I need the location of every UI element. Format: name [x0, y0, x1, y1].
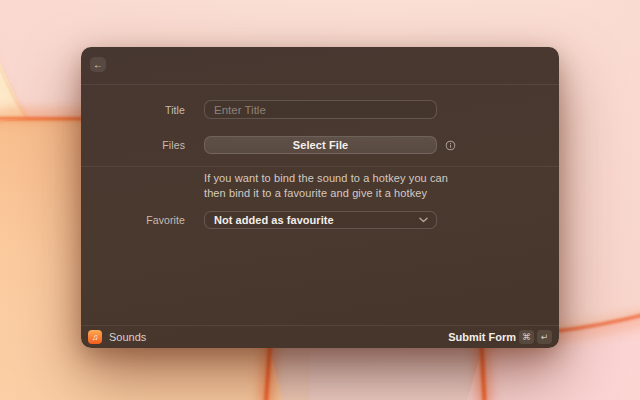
helper-text: If you want to bind the sound to a hotke…: [204, 171, 454, 200]
chevron-down-icon: [419, 217, 428, 223]
favorite-dropdown-value: Not added as favourite: [214, 214, 334, 226]
raycast-form-window: ← Title Files Select File If you want to…: [81, 47, 559, 348]
app-name: Sounds: [109, 331, 146, 343]
wallpaper-bottom-band-left-rim: [264, 344, 272, 400]
info-icon[interactable]: [444, 139, 456, 151]
arrow-left-icon: ←: [93, 59, 103, 70]
favorite-label: Favorite: [81, 214, 185, 226]
favorite-dropdown[interactable]: Not added as favourite: [204, 211, 437, 229]
section-divider: [81, 166, 559, 167]
sounds-app-icon: ♫: [88, 330, 102, 344]
favorite-field-row: Favorite Not added as favourite: [81, 211, 559, 229]
title-input[interactable]: [204, 100, 437, 119]
submit-form-button[interactable]: Submit Form: [448, 331, 516, 343]
music-note-icon: ♫: [92, 332, 98, 342]
window-header: ←: [81, 47, 559, 85]
return-key-badge: ↵: [537, 330, 552, 344]
info-circle-icon: [445, 140, 456, 151]
window-footer: ♫ Sounds Submit Form ⌘ ↵: [81, 325, 559, 348]
back-button[interactable]: ←: [90, 57, 106, 72]
title-field-row: Title: [81, 100, 559, 119]
wallpaper-bottom-band-right-rim: [479, 344, 486, 400]
desktop: ← Title Files Select File If you want to…: [0, 0, 640, 400]
command-key-badge: ⌘: [519, 330, 534, 344]
select-file-button[interactable]: Select File: [204, 136, 437, 154]
wallpaper-bottom-band: [262, 346, 490, 400]
files-label: Files: [81, 139, 185, 151]
files-field-row: Files Select File: [81, 136, 559, 154]
title-label: Title: [81, 104, 185, 116]
